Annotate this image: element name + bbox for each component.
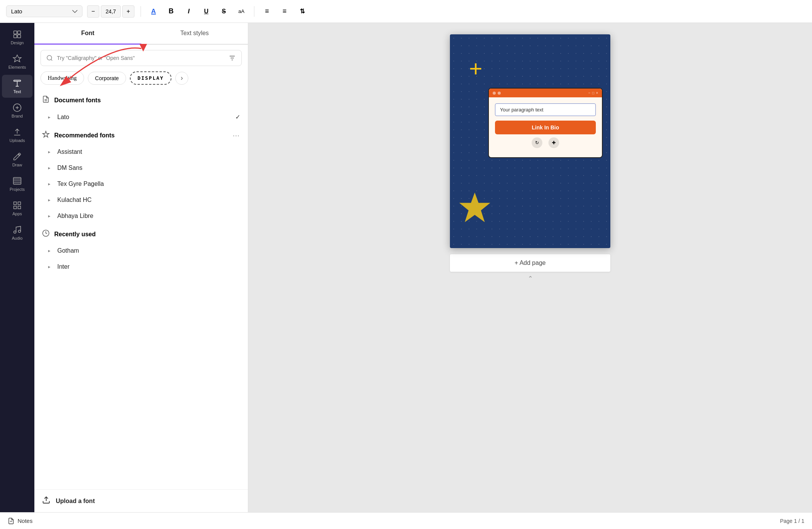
sidebar-label-text: Text bbox=[13, 89, 21, 94]
section-title-recommended: Recommended fonts bbox=[54, 132, 228, 139]
font-panel: Font Text styles bbox=[34, 23, 248, 512]
clock-icon bbox=[42, 229, 50, 239]
svg-point-10 bbox=[14, 231, 16, 233]
sidebar-item-design[interactable]: Design bbox=[2, 26, 32, 49]
chip-more-button[interactable]: › bbox=[175, 72, 188, 85]
browser-controls: − □ × bbox=[588, 91, 598, 95]
brand-icon bbox=[13, 103, 22, 112]
font-item-inter[interactable]: ▸ Inter bbox=[34, 259, 248, 275]
font-item-assistant[interactable]: ▸ Assistant bbox=[34, 144, 248, 160]
sidebar-item-uploads[interactable]: Uploads bbox=[2, 124, 32, 147]
font-item-kulachat[interactable]: ▸ Kulachat HC bbox=[34, 192, 248, 208]
rotate-control[interactable]: ↻ bbox=[532, 137, 542, 148]
sidebar-label-apps: Apps bbox=[12, 211, 22, 216]
font-selector-dropdown[interactable]: Lato bbox=[6, 5, 82, 17]
case-button[interactable]: aA bbox=[235, 5, 248, 18]
sidebar-item-projects[interactable]: Projects bbox=[2, 173, 32, 195]
sidebar-label-brand: Brand bbox=[11, 114, 23, 118]
expand-icon: ▸ bbox=[48, 115, 50, 120]
bold-button[interactable]: B bbox=[165, 5, 178, 18]
notes-bar: Notes Page 1 / 1 bbox=[0, 512, 812, 529]
projects-icon bbox=[13, 176, 22, 185]
underline-button[interactable]: U bbox=[200, 5, 213, 18]
tab-text-styles[interactable]: Text styles bbox=[141, 23, 248, 45]
expand-icon-dm-sans: ▸ bbox=[48, 165, 50, 171]
text-color-button[interactable]: A bbox=[147, 5, 160, 18]
font-name-dm-sans: DM Sans bbox=[57, 165, 240, 171]
top-toolbar: Lato − 24,7 + A B I U S aA ≡ ≡ ⇅ bbox=[0, 0, 812, 23]
sidebar-item-apps[interactable]: Apps bbox=[2, 197, 32, 220]
filter-icon[interactable] bbox=[228, 54, 236, 62]
section-title-document-fonts: Document fonts bbox=[54, 97, 240, 104]
search-input[interactable] bbox=[57, 55, 225, 61]
font-size-value[interactable]: 24,7 bbox=[101, 5, 121, 18]
recommended-more-button[interactable]: ⋯ bbox=[233, 131, 240, 140]
section-title-recently-used: Recently used bbox=[54, 231, 240, 238]
list-button[interactable]: ≡ bbox=[278, 5, 291, 18]
text-icon bbox=[13, 79, 22, 88]
font-item-gotham[interactable]: ▸ Gotham bbox=[34, 243, 248, 259]
font-panel-tabs: Font Text styles bbox=[34, 23, 248, 45]
divider bbox=[141, 6, 141, 17]
sidebar-item-draw[interactable]: Draw bbox=[2, 148, 32, 171]
scroll-up-chevron[interactable]: ⌃ bbox=[528, 275, 533, 282]
strikethrough-button[interactable]: S bbox=[217, 5, 230, 18]
add-page-button[interactable]: + Add page bbox=[450, 254, 610, 272]
browser-titlebar: − □ × bbox=[489, 89, 602, 97]
italic-button[interactable]: I bbox=[182, 5, 195, 18]
font-size-decrease-button[interactable]: − bbox=[87, 5, 99, 18]
paragraph-text-box[interactable]: Your paragraph text bbox=[495, 103, 596, 116]
move-control[interactable]: ✚ bbox=[548, 137, 559, 148]
browser-close: × bbox=[596, 91, 598, 95]
sidebar-item-text[interactable]: Text bbox=[2, 75, 32, 98]
svg-rect-4 bbox=[14, 80, 21, 81]
chevron-down-icon bbox=[72, 9, 78, 14]
font-item-dm-sans[interactable]: ▸ DM Sans bbox=[34, 160, 248, 176]
svg-rect-7 bbox=[18, 202, 21, 205]
sidebar-item-elements[interactable]: Elements bbox=[2, 50, 32, 73]
font-list: Document fonts ▸ Lato ✓ Recommended font… bbox=[34, 90, 248, 489]
align-left-button[interactable]: ≡ bbox=[260, 5, 273, 18]
canvas-plus-decoration: + bbox=[469, 57, 482, 80]
sidebar-label-draw: Draw bbox=[12, 163, 22, 167]
sidebar-label-audio: Audio bbox=[12, 236, 23, 240]
main-container: Design Elements Text Brand Uploads Draw bbox=[0, 23, 812, 512]
chip-display[interactable]: DISPLAY bbox=[130, 71, 171, 85]
sidebar-label-uploads: Uploads bbox=[10, 138, 25, 143]
notes-label[interactable]: Notes bbox=[8, 518, 32, 524]
upload-font-button[interactable]: Upload a font bbox=[34, 489, 248, 512]
font-item-tex-gyre[interactable]: ▸ Tex Gyre Pagella bbox=[34, 176, 248, 192]
svg-rect-8 bbox=[14, 206, 16, 209]
sidebar-item-brand[interactable]: Brand bbox=[2, 99, 32, 122]
section-header-recommended: Recommended fonts ⋯ bbox=[34, 125, 248, 144]
section-header-document-fonts: Document fonts bbox=[34, 90, 248, 109]
upload-font-icon bbox=[42, 496, 50, 506]
svg-point-12 bbox=[47, 55, 52, 60]
draw-icon bbox=[13, 152, 22, 161]
canvas-burst-decoration bbox=[458, 191, 492, 225]
font-name-gotham: Gotham bbox=[57, 247, 240, 254]
font-item-lato[interactable]: ▸ Lato ✓ bbox=[34, 109, 248, 125]
browser-mockup: − □ × Your paragraph text Link In Bio ↻ … bbox=[488, 88, 603, 158]
elements-icon bbox=[13, 54, 22, 63]
canvas-frame[interactable]: + − □ × Your paragraph text Link bbox=[450, 34, 610, 248]
browser-maximize: □ bbox=[592, 91, 594, 95]
browser-minimize: − bbox=[588, 91, 590, 95]
font-name-abhaya: Abhaya Libre bbox=[57, 213, 240, 219]
font-item-abhaya[interactable]: ▸ Abhaya Libre bbox=[34, 208, 248, 224]
search-box bbox=[40, 50, 242, 66]
svg-rect-9 bbox=[18, 206, 21, 209]
sidebar-item-audio[interactable]: Audio bbox=[2, 221, 32, 244]
sidebar-label-design: Design bbox=[11, 40, 24, 45]
font-name-inter: Inter bbox=[57, 263, 240, 270]
svg-rect-0 bbox=[14, 31, 17, 34]
expand-icon-tex-gyre: ▸ bbox=[48, 181, 50, 187]
expand-icon-inter: ▸ bbox=[48, 264, 50, 269]
font-size-increase-button[interactable]: + bbox=[122, 5, 134, 18]
tab-font[interactable]: Font bbox=[34, 23, 141, 45]
chip-handwriting[interactable]: Handwriting bbox=[40, 71, 84, 85]
link-in-bio-button[interactable]: Link In Bio bbox=[495, 121, 596, 134]
chip-corporate[interactable]: Corporate bbox=[88, 72, 126, 85]
line-spacing-button[interactable]: ⇅ bbox=[296, 5, 309, 18]
sparkle-icon bbox=[42, 131, 50, 140]
